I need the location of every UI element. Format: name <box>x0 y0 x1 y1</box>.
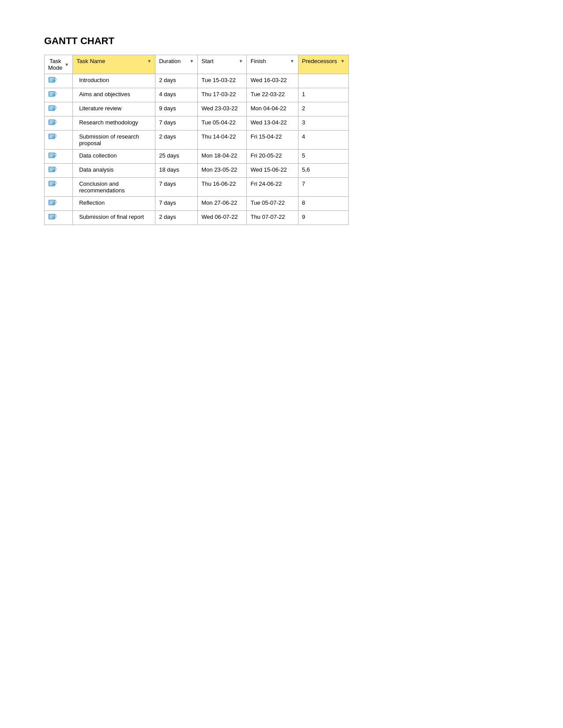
task-name-cell: Data analysis <box>73 164 155 178</box>
task-duration-cell: 7 days <box>155 116 198 131</box>
task-predecessors-cell: 4 <box>298 131 348 150</box>
task-duration-cell: 9 days <box>155 102 198 116</box>
task-duration-cell: 2 days <box>155 211 198 225</box>
start-dropdown-icon[interactable]: ▼ <box>239 59 243 64</box>
task-start-cell: Mon 18-04-22 <box>198 150 247 164</box>
task-predecessors-cell: 5,6 <box>298 164 348 178</box>
task-mode-cell <box>45 178 73 197</box>
task-name-cell: Aims and objectives <box>73 88 155 102</box>
svg-rect-11 <box>49 106 54 107</box>
predecessors-dropdown-icon[interactable]: ▼ <box>340 59 345 64</box>
col-header-task-mode[interactable]: TaskMode ▼ <box>45 55 73 74</box>
task-start-cell: Wed 23-03-22 <box>198 102 247 116</box>
table-row: Aims and objectives4 daysThu 17-03-22Tue… <box>45 88 349 102</box>
col-header-start[interactable]: Start ▼ <box>198 55 247 74</box>
task-duration-cell: 18 days <box>155 164 198 178</box>
task-duration-cell: 2 days <box>155 74 198 88</box>
table-row: Submission of final report2 daysWed 06-0… <box>45 211 349 225</box>
task-predecessors-cell: 1 <box>298 88 348 102</box>
task-duration-cell: 4 days <box>155 88 198 102</box>
task-mode-cell <box>45 150 73 164</box>
col-header-finish[interactable]: Finish ▼ <box>247 55 298 74</box>
task-mode-cell <box>45 197 73 211</box>
task-mode-cell <box>45 74 73 88</box>
table-row: Introduction2 daysTue 15-03-22Wed 16-03-… <box>45 74 349 88</box>
svg-rect-37 <box>49 183 53 184</box>
task-start-cell: Thu 17-03-22 <box>198 88 247 102</box>
svg-rect-16 <box>49 120 54 121</box>
task-name-cell: Submission of final report <box>73 211 155 225</box>
svg-rect-1 <box>49 78 54 79</box>
svg-rect-42 <box>49 202 53 203</box>
svg-rect-33 <box>49 170 52 171</box>
svg-rect-28 <box>49 156 52 157</box>
svg-rect-43 <box>49 203 52 204</box>
task-name-cell: Data collection <box>73 150 155 164</box>
task-start-cell: Mon 23-05-22 <box>198 164 247 178</box>
task-finish-cell: Fri 20-05-22 <box>247 150 298 164</box>
task-finish-cell: Thu 07-07-22 <box>247 211 298 225</box>
col-header-predecessors[interactable]: Predecessors ▼ <box>298 55 348 74</box>
task-start-cell: Mon 27-06-22 <box>198 197 247 211</box>
svg-rect-6 <box>49 92 54 93</box>
task-mode-icon <box>48 180 57 189</box>
col-header-duration[interactable]: Duration ▼ <box>155 55 198 74</box>
svg-rect-18 <box>49 123 52 124</box>
task-mode-cell <box>45 102 73 116</box>
svg-rect-38 <box>49 184 52 185</box>
task-mode-cell <box>45 88 73 102</box>
task-mode-cell <box>45 211 73 225</box>
task-name-cell: Reflection <box>73 197 155 211</box>
task-duration-cell: 7 days <box>155 178 198 197</box>
task-duration-cell: 2 days <box>155 131 198 150</box>
task-predecessors-cell: 8 <box>298 197 348 211</box>
task-finish-cell: Mon 04-04-22 <box>247 102 298 116</box>
task-mode-icon <box>48 152 57 161</box>
task-finish-cell: Tue 05-07-22 <box>247 197 298 211</box>
task-name-cell: Literature review <box>73 102 155 116</box>
svg-rect-48 <box>49 218 52 218</box>
task-mode-cell <box>45 164 73 178</box>
svg-rect-12 <box>49 108 53 109</box>
task-finish-cell: Wed 13-04-22 <box>247 116 298 131</box>
task-mode-icon <box>48 105 57 113</box>
task-start-cell: Wed 06-07-22 <box>198 211 247 225</box>
svg-rect-22 <box>49 136 53 137</box>
task-start-cell: Tue 05-04-22 <box>198 116 247 131</box>
svg-rect-31 <box>49 168 54 169</box>
task-name-cell: Submission of research proposal <box>73 131 155 150</box>
task-finish-cell: Wed 15-06-22 <box>247 164 298 178</box>
task-predecessors-cell: 5 <box>298 150 348 164</box>
table-row: Data collection25 daysMon 18-04-22Fri 20… <box>45 150 349 164</box>
task-name-cell: Research methodology <box>73 116 155 131</box>
duration-label: Duration <box>159 58 181 64</box>
task-finish-cell: Fri 24-06-22 <box>247 178 298 197</box>
task-name-dropdown-icon[interactable]: ▼ <box>147 59 151 64</box>
svg-rect-13 <box>49 109 52 110</box>
task-mode-cell <box>45 131 73 150</box>
svg-rect-36 <box>49 182 54 183</box>
task-start-cell: Tue 15-03-22 <box>198 74 247 88</box>
task-mode-icon <box>48 199 57 208</box>
gantt-table: TaskMode ▼ Task Name ▼ Duration ▼ Start <box>44 55 349 225</box>
task-mode-icon <box>48 77 57 85</box>
task-predecessors-cell: 9 <box>298 211 348 225</box>
finish-dropdown-icon[interactable]: ▼ <box>290 59 295 64</box>
page-title: GANTT CHART <box>44 35 519 47</box>
task-mode-icon <box>48 91 57 99</box>
duration-dropdown-icon[interactable]: ▼ <box>189 59 194 64</box>
svg-rect-7 <box>49 94 53 94</box>
task-start-cell: Thu 14-04-22 <box>198 131 247 150</box>
task-mode-label: TaskMode <box>48 58 63 71</box>
svg-rect-41 <box>49 201 54 202</box>
task-mode-icon <box>48 119 57 128</box>
table-row: Conclusion and recommendations7 daysThu … <box>45 178 349 197</box>
svg-rect-23 <box>49 137 52 138</box>
svg-rect-27 <box>49 155 53 156</box>
task-duration-cell: 7 days <box>155 197 198 211</box>
svg-rect-47 <box>49 216 53 217</box>
svg-rect-2 <box>49 79 53 80</box>
svg-rect-21 <box>49 135 54 135</box>
col-header-task-name[interactable]: Task Name ▼ <box>73 55 155 74</box>
task-mode-dropdown-icon[interactable]: ▼ <box>64 62 69 67</box>
